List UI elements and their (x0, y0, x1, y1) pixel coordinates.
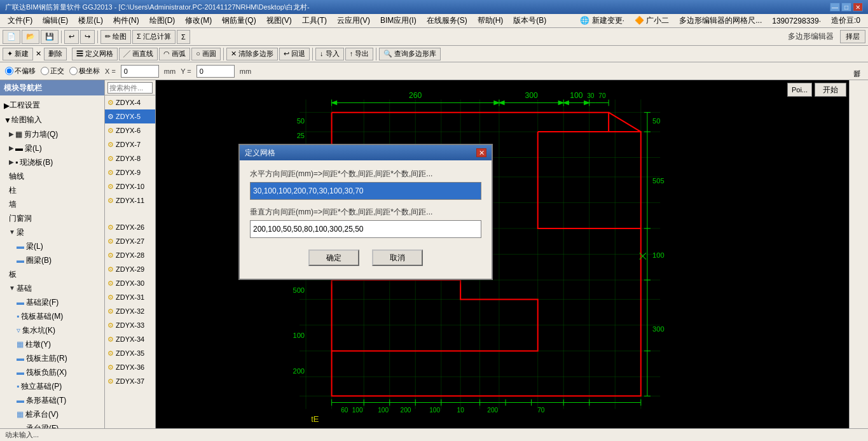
menu-bim[interactable]: BIM应用(I) (375, 14, 422, 27)
undo-btn[interactable]: ↩ (64, 30, 79, 44)
dialog-title-bar[interactable]: 定义网格 ✕ (240, 145, 492, 160)
new-file-btn[interactable]: 📄 (3, 30, 20, 44)
list-gap (105, 207, 155, 220)
maximize-btn[interactable]: □ (841, 3, 851, 11)
comp-zdyx-35[interactable]: ⚙ZDYX-35 (105, 346, 155, 360)
polygon-undo-btn[interactable]: ↩ 回退 (279, 48, 310, 60)
tree-slab[interactable]: ▶ ▪ 现浇板(B) (3, 155, 102, 169)
new-change-btn[interactable]: 🌐 新建变更· (575, 14, 630, 27)
comp-zdyx-27[interactable]: ⚙ZDYX-27 (105, 234, 155, 248)
canvas-area[interactable]: 260 300 100 30 70 50 505 100 30 (156, 80, 849, 428)
tree-beam-l[interactable]: ▶ ▬ 梁(L) (3, 141, 102, 155)
section-drawing[interactable]: ▼ 绘图输入 (3, 113, 102, 127)
clear-polygon-btn[interactable]: ✕ 清除多边形 (226, 48, 278, 60)
tree-column[interactable]: 柱 (3, 183, 102, 197)
comp-zdyx-36[interactable]: ⚙ZDYX-36 (105, 360, 155, 374)
draw-circle-btn[interactable]: ○ 画圆 (191, 48, 221, 60)
menu-floor[interactable]: 楼层(L) (73, 14, 108, 27)
tree-shear-wall[interactable]: ▶ ▦ 剪力墙(Q) (3, 127, 102, 141)
dialog-title-text: 定义网格 (245, 148, 275, 158)
comp-zdyx-9[interactable]: ⚙ZDYX-9 (105, 165, 155, 179)
menu-view[interactable]: 视图(V) (261, 14, 297, 27)
close-btn[interactable]: ✕ (853, 3, 863, 11)
h-spacing-input[interactable] (250, 182, 481, 200)
comp-zdyx-10[interactable]: ⚙ZDYX-10 (105, 179, 155, 193)
draw-line-btn[interactable]: ╱ 画直线 (119, 48, 158, 60)
comp-zdyx-11[interactable]: ⚙ZDYX-11 (105, 193, 155, 207)
comp-zdyx-32[interactable]: ⚙ZDYX-32 (105, 304, 155, 318)
tree-door-window[interactable]: 门窗洞 (3, 211, 102, 225)
right-panel-label[interactable]: 择层 (850, 80, 864, 85)
comp-zdyx-7[interactable]: ⚙ZDYX-7 (105, 137, 155, 151)
tree-raft-main[interactable]: ▬ 筏板主筋(R) (3, 351, 102, 365)
draw-arc-btn[interactable]: ◠ 画弧 (159, 48, 190, 60)
comp-zdyx-5[interactable]: ⚙ZDYX-5 (105, 109, 155, 123)
x-input[interactable] (121, 65, 159, 78)
tree-col-cap[interactable]: ▦ 柱墩(Y) (3, 337, 102, 351)
tree-raft[interactable]: ▪ 筏板基础(M) (3, 309, 102, 323)
menu-help[interactable]: 帮助(H) (472, 14, 509, 27)
comp-zdyx-26[interactable]: ⚙ZDYX-26 (105, 220, 155, 234)
tree-pit[interactable]: ▿ 集水坑(K) (3, 323, 102, 337)
export-btn[interactable]: ↑ 导出 (345, 48, 374, 60)
comp-zdyx-8[interactable]: ⚙ZDYX-8 (105, 151, 155, 165)
tree-cap-beam[interactable]: ▬ 承台梁(F) (3, 421, 102, 428)
ok-btn[interactable]: 确定 (308, 249, 359, 266)
comp-zdyx-33[interactable]: ⚙ZDYX-33 (105, 318, 155, 332)
tree-isolated-found[interactable]: ▪ 独立基础(P) (3, 379, 102, 393)
extra-btn[interactable]: Σ (177, 30, 190, 44)
tree-found-beam[interactable]: ▬ 基础梁(F) (3, 295, 102, 309)
dialog-close-btn[interactable]: ✕ (476, 148, 486, 157)
comp-zdyx-28[interactable]: ⚙ZDYX-28 (105, 248, 155, 262)
minimize-btn[interactable]: — (830, 3, 840, 11)
menu-edit[interactable]: 编辑(E) (38, 14, 73, 27)
sum-btn[interactable]: Σ 汇总计算 (132, 30, 176, 44)
query-polygon-btn[interactable]: 🔍 查询多边形库 (379, 48, 441, 60)
tree-wall[interactable]: 墙 (3, 197, 102, 211)
brand-btn[interactable]: 🔶 广小二 (630, 14, 674, 27)
delete-polygon-btn[interactable]: 删除 (44, 48, 67, 60)
v-spacing-input[interactable] (250, 220, 481, 238)
comp-zdyx-30[interactable]: ⚙ZDYX-30 (105, 276, 155, 290)
menu-file[interactable]: 文件(F) (3, 14, 38, 27)
radio-no-offset[interactable]: 不偏移 (5, 66, 36, 76)
tree-raft-neg[interactable]: ▬ 筏板负筋(X) (3, 365, 102, 379)
comp-zdyx-37[interactable]: ⚙ZDYX-37 (105, 374, 155, 388)
tree-beam-l2[interactable]: ▬ 梁(L) (3, 239, 102, 253)
tree-ring-beam[interactable]: ▬ 圈梁(B) (3, 253, 102, 267)
import-btn[interactable]: ↓ 导入 (315, 48, 344, 60)
tree-axis[interactable]: 轴线 (3, 169, 102, 183)
layer-btn[interactable]: 择层 (840, 30, 865, 43)
tree-foundation[interactable]: ▼ 基础 (3, 281, 102, 295)
y-input[interactable] (196, 65, 235, 78)
save-btn[interactable]: 💾 (41, 30, 59, 44)
section-project[interactable]: ▶ 工程设置 (3, 98, 102, 113)
open-btn[interactable]: 📂 (22, 30, 39, 44)
comp-zdyx-34[interactable]: ⚙ZDYX-34 (105, 332, 155, 346)
comp-zdyx-29[interactable]: ⚙ZDYX-29 (105, 262, 155, 276)
radio-polar[interactable]: 极坐标 (69, 66, 100, 76)
tree-strip-found[interactable]: ▬ 条形基础(T) (3, 393, 102, 407)
menu-online[interactable]: 在线服务(S) (422, 14, 472, 27)
menu-version[interactable]: 版本号(B) (508, 14, 551, 27)
menu-component[interactable]: 构件(N) (108, 14, 144, 27)
search-input[interactable] (107, 82, 153, 94)
menu-modify[interactable]: 修改(M) (180, 14, 217, 27)
menu-tools[interactable]: 工具(T) (297, 14, 332, 27)
comp-zdyx-31[interactable]: ⚙ZDYX-31 (105, 290, 155, 304)
redo-btn[interactable]: ↪ (80, 30, 95, 44)
comp-zdyx-4[interactable]: ⚙ZDYX-4 (105, 95, 155, 109)
tree-pile-cap[interactable]: ▦ 桩承台(V) (3, 407, 102, 421)
new-polygon-btn[interactable]: ✦ 新建 (3, 48, 33, 60)
menu-draw[interactable]: 绘图(D) (144, 14, 181, 27)
comp-zdyx-6[interactable]: ⚙ZDYX-6 (105, 123, 155, 137)
menu-cloud[interactable]: 云应用(V) (332, 14, 375, 27)
cancel-btn[interactable]: 取消 (372, 249, 423, 266)
define-grid-btn[interactable]: ☰ 定义网格 (72, 48, 118, 60)
menu-rebar[interactable]: 钢筋量(Q) (217, 14, 261, 27)
app-title: 广联达BIM钢筋算量软件 GGJ2013 - [C:\Users\Adminis… (5, 3, 830, 12)
tree-board[interactable]: 板 (3, 267, 102, 281)
tree-beam[interactable]: ▼ 梁 (3, 225, 102, 239)
draw-btn[interactable]: ✏ 绘图 (100, 30, 131, 44)
radio-orthogonal[interactable]: 正交 (41, 66, 64, 76)
